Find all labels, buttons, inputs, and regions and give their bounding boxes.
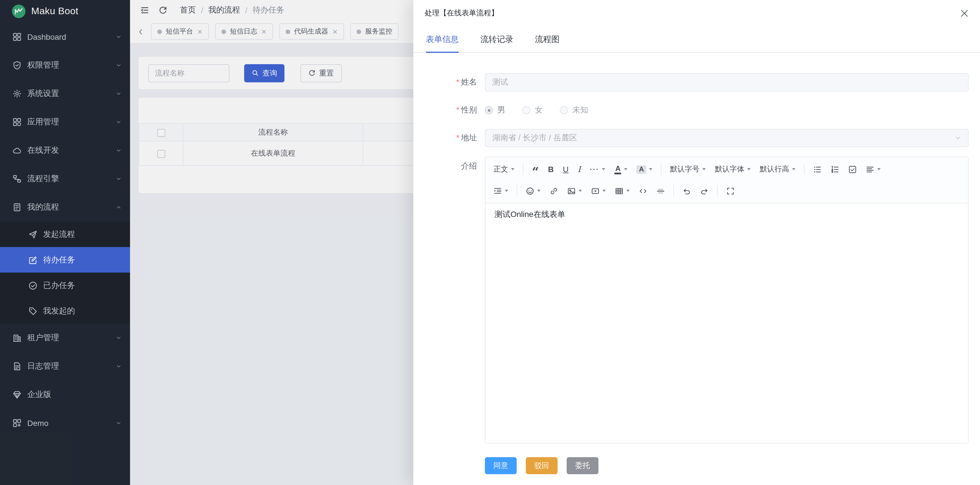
undo-icon[interactable]: [678, 183, 695, 199]
fullscreen-icon[interactable]: [722, 183, 739, 199]
tab-flow-records[interactable]: 流转记录: [480, 34, 513, 52]
italic-icon[interactable]: I: [574, 161, 585, 177]
gender-radio-unknown: 未知: [560, 105, 588, 115]
delegate-button[interactable]: 委托: [566, 457, 598, 474]
toolbar-row-2: [489, 180, 965, 202]
line-height-dropdown[interactable]: 默认行高: [756, 161, 799, 177]
form-row-name: *姓名: [427, 73, 969, 91]
gender-radio-female: 女: [522, 105, 543, 115]
toolbar-divider: [804, 164, 805, 175]
bold-icon[interactable]: B: [544, 161, 558, 177]
rich-text-editor: 正文 “ B U I ··· A A 默认字号 默认字体 默: [485, 157, 969, 444]
address-label: *地址: [427, 133, 477, 143]
blockquote-icon[interactable]: “: [528, 161, 543, 177]
drawer-body: *姓名 *性别 男 女 未知: [414, 53, 980, 485]
emoji-dropdown[interactable]: [522, 183, 544, 199]
form-row-gender: *性别 男 女 未知: [427, 101, 969, 119]
drawer-title: 处理【在线表单流程】: [425, 8, 498, 18]
link-icon[interactable]: [546, 183, 562, 199]
underline-icon[interactable]: U: [559, 161, 572, 177]
video-dropdown[interactable]: [587, 183, 610, 199]
close-icon[interactable]: [960, 9, 969, 17]
code-block-icon[interactable]: [635, 183, 651, 199]
image-dropdown[interactable]: [563, 183, 586, 199]
editor-content[interactable]: 测试Online在线表单: [485, 203, 968, 443]
table-dropdown[interactable]: [611, 183, 634, 199]
bullet-list-icon[interactable]: [809, 161, 826, 177]
tab-form-info[interactable]: 表单信息: [426, 34, 459, 52]
indent-dropdown[interactable]: [490, 183, 512, 199]
editor-toolbar: 正文 “ B U I ··· A A 默认字号 默认字体 默: [485, 157, 968, 203]
name-field: [485, 73, 969, 91]
address-select: 湖南省 / 长沙市 / 岳麓区: [485, 129, 969, 147]
gender-radio-male: 男: [485, 105, 505, 115]
radio-icon: [522, 106, 530, 114]
font-family-dropdown[interactable]: 默认字体: [711, 161, 754, 177]
font-size-dropdown[interactable]: 默认字号: [666, 161, 710, 177]
process-drawer: 处理【在线表单流程】 表单信息 流转记录 流程图 *姓名 *性别 男: [414, 0, 980, 485]
toolbar-divider: [517, 185, 517, 197]
name-label: *姓名: [427, 77, 477, 87]
todo-list-icon[interactable]: [844, 161, 861, 177]
toolbar-row-1: 正文 “ B U I ··· A A 默认字号 默认字体 默: [489, 159, 965, 180]
chevron-down-icon: [955, 135, 961, 142]
align-dropdown[interactable]: [862, 161, 885, 177]
form-row-intro: 介绍 正文 “ B U I ··· A A: [427, 157, 969, 444]
intro-label: 介绍: [427, 157, 477, 172]
more-style-dropdown[interactable]: ···: [586, 161, 609, 177]
agree-button[interactable]: 同意: [485, 457, 517, 474]
viewport: Maku Boot Dashboard 权限管理 系统设置: [0, 0, 980, 485]
bg-color-icon[interactable]: A: [633, 161, 656, 177]
tab-flow-diagram[interactable]: 流程图: [535, 34, 560, 52]
toolbar-divider: [661, 164, 662, 175]
gender-radio-group: 男 女 未知: [485, 101, 588, 119]
toolbar-divider: [717, 185, 718, 197]
drawer-header: 处理【在线表单流程】: [414, 0, 980, 26]
reject-button[interactable]: 驳回: [526, 457, 558, 474]
redo-icon[interactable]: [696, 183, 713, 199]
divider-icon[interactable]: [652, 183, 669, 199]
ordered-list-icon[interactable]: [827, 161, 843, 177]
drawer-actions: 同意 驳回 委托: [485, 457, 969, 474]
font-color-icon[interactable]: A: [611, 161, 632, 177]
radio-icon: [560, 106, 568, 114]
toolbar-divider: [523, 164, 523, 175]
radio-checked-icon: [485, 106, 493, 114]
paragraph-style-dropdown[interactable]: 正文: [490, 161, 519, 177]
gender-label: *性别: [427, 105, 477, 115]
toolbar-divider: [673, 185, 674, 197]
form-row-address: *地址 湖南省 / 长沙市 / 岳麓区: [427, 129, 969, 147]
drawer-tabs: 表单信息 流转记录 流程图: [414, 26, 980, 53]
